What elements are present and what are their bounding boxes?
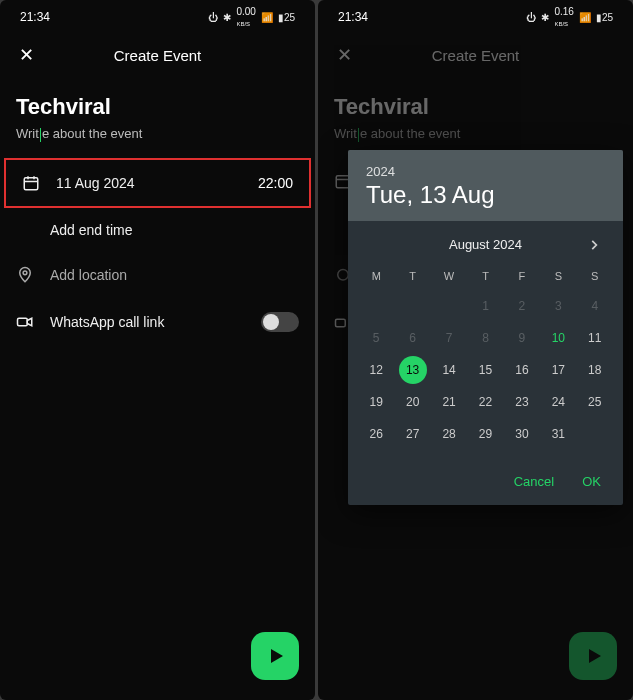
ok-button[interactable]: OK [582, 474, 601, 489]
call-link-row[interactable]: WhatsApp call link [0, 298, 315, 346]
calendar-day[interactable]: 27 [394, 418, 430, 450]
calendar-day[interactable]: 24 [540, 386, 576, 418]
calendar-day: 6 [394, 322, 430, 354]
svg-rect-0 [24, 177, 38, 189]
calendar-weekday-header: S [540, 262, 576, 290]
location-icon [16, 266, 34, 284]
call-link-toggle[interactable] [261, 312, 299, 332]
header: ✕ Create Event [318, 30, 633, 80]
calendar-day[interactable]: 29 [467, 418, 503, 450]
calendar-day: 8 [467, 322, 503, 354]
calendar-day[interactable]: 13 [399, 356, 427, 384]
chevron-right-icon[interactable] [587, 238, 601, 252]
calendar-weekday-header: S [577, 262, 613, 290]
svg-point-8 [338, 269, 349, 280]
calendar-grid: MTWTFSS123456789101112131415161718192021… [348, 262, 623, 460]
calendar-day[interactable]: 18 [577, 354, 613, 386]
calendar-day[interactable]: 30 [504, 418, 540, 450]
calendar-weekday-header: T [394, 262, 430, 290]
calendar-day: 5 [358, 322, 394, 354]
date-label: 11 Aug 2024 [56, 175, 242, 191]
datetime-row[interactable]: 11 Aug 2024 22:00 [6, 160, 309, 206]
event-name-display: Techviral [0, 80, 315, 126]
location-row[interactable]: Add location [0, 252, 315, 298]
calendar-day: 3 [540, 290, 576, 322]
calendar-day[interactable]: 12 [358, 354, 394, 386]
dialog-buttons: Cancel OK [348, 460, 623, 505]
status-bar: 21:34 ⏻✱0.16KB/S📶▮25 [318, 0, 633, 30]
header: ✕ Create Event [0, 30, 315, 80]
add-end-time-row[interactable]: Add end time [0, 208, 315, 252]
location-label: Add location [50, 267, 299, 283]
status-bar: 21:34 ⏻✱0.00KB/S📶▮25 [0, 0, 315, 30]
calendar-weekday-header: F [504, 262, 540, 290]
close-icon[interactable]: ✕ [16, 44, 36, 66]
calendar-day: 2 [504, 290, 540, 322]
svg-point-4 [23, 270, 27, 274]
page-title: Create Event [354, 47, 597, 64]
dialog-header[interactable]: 2024 Tue, 13 Aug [348, 150, 623, 221]
calendar-day: 4 [577, 290, 613, 322]
calendar-day[interactable]: 22 [467, 386, 503, 418]
add-end-time-label: Add end time [50, 222, 133, 238]
calendar-nav: August 2024 [348, 221, 623, 262]
calendar-month-label[interactable]: August 2024 [449, 237, 522, 252]
status-time: 21:34 [20, 10, 50, 24]
datetime-highlight: 11 Aug 2024 22:00 [4, 158, 311, 208]
event-desc-input[interactable]: Write about the event [0, 126, 315, 158]
calendar-day[interactable]: 26 [358, 418, 394, 450]
call-link-label: WhatsApp call link [50, 314, 245, 330]
calendar-day[interactable]: 19 [358, 386, 394, 418]
calendar-weekday-header: T [467, 262, 503, 290]
status-icons: ⏻✱0.00KB/S📶▮25 [208, 6, 295, 28]
calendar-day: 7 [431, 322, 467, 354]
calendar-day[interactable]: 28 [431, 418, 467, 450]
calendar-day[interactable]: 20 [394, 386, 430, 418]
phone-screen-left: 21:34 ⏻✱0.00KB/S📶▮25 ✕ Create Event Tech… [0, 0, 315, 700]
calendar-day[interactable]: 14 [431, 354, 467, 386]
calendar-day[interactable]: 31 [540, 418, 576, 450]
dialog-year: 2024 [366, 164, 605, 179]
date-picker-dialog: 2024 Tue, 13 Aug August 2024 MTWTFSS1234… [348, 150, 623, 505]
calendar-day[interactable]: 23 [504, 386, 540, 418]
svg-rect-9 [336, 319, 346, 327]
calendar-day[interactable]: 15 [467, 354, 503, 386]
svg-rect-5 [18, 318, 28, 326]
event-name-display: Techviral [318, 80, 633, 126]
calendar-weekday-header: M [358, 262, 394, 290]
send-icon [589, 649, 601, 663]
time-label: 22:00 [258, 175, 293, 191]
calendar-day[interactable]: 16 [504, 354, 540, 386]
close-icon: ✕ [334, 44, 354, 66]
phone-screen-right: 21:34 ⏻✱0.16KB/S📶▮25 ✕ Create Event Tech… [318, 0, 633, 700]
send-icon [271, 649, 283, 663]
status-time: 21:34 [338, 10, 368, 24]
calendar-day: 1 [467, 290, 503, 322]
calendar-day[interactable]: 10 [540, 322, 576, 354]
page-title: Create Event [36, 47, 279, 64]
submit-button [569, 632, 617, 680]
calendar-icon [22, 174, 40, 192]
calendar-day: 9 [504, 322, 540, 354]
calendar-day[interactable]: 25 [577, 386, 613, 418]
calendar-weekday-header: W [431, 262, 467, 290]
video-icon [16, 313, 34, 331]
calendar-day[interactable]: 21 [431, 386, 467, 418]
dialog-date: Tue, 13 Aug [366, 181, 605, 209]
calendar-day[interactable]: 11 [577, 322, 613, 354]
calendar-day[interactable]: 17 [540, 354, 576, 386]
cancel-button[interactable]: Cancel [514, 474, 554, 489]
status-icons: ⏻✱0.16KB/S📶▮25 [526, 6, 613, 28]
submit-button[interactable] [251, 632, 299, 680]
